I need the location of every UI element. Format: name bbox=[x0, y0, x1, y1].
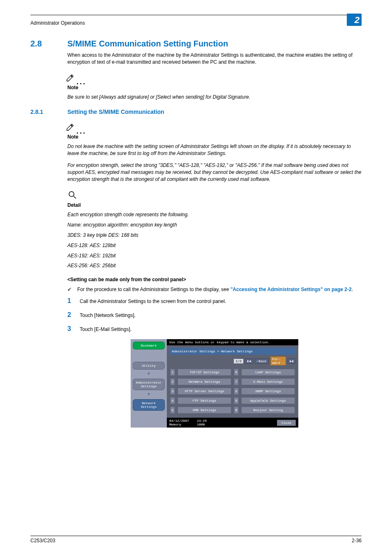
network-settings-button[interactable]: Network Settings bbox=[133, 399, 165, 411]
step-1: 1 Call the Administrator Settings to the… bbox=[67, 297, 362, 305]
ftp-settings-button[interactable]: FTP Settings bbox=[178, 397, 231, 404]
grid-num: 5 bbox=[170, 407, 175, 414]
svg-line-1 bbox=[74, 196, 76, 199]
note-label: Note bbox=[67, 134, 362, 140]
subsection-heading: 2.8.1 Setting the S/MIME Communication bbox=[30, 109, 362, 115]
nav-first-button[interactable]: ▮◀ bbox=[245, 358, 253, 364]
header-section: Administrator Operations bbox=[30, 20, 85, 26]
detail-block: Detail Each encryption strength code rep… bbox=[67, 190, 362, 269]
tcpip-settings-button[interactable]: TCP/IP Settings bbox=[178, 369, 231, 376]
pencil-icon bbox=[66, 73, 75, 84]
admin-settings-button[interactable]: Administrator Settings bbox=[133, 379, 165, 390]
detail-l4: AES-128: AES: 128bit bbox=[67, 242, 362, 249]
ref-suffix: . bbox=[352, 287, 353, 292]
email-settings-button[interactable]: E-Mail Settings bbox=[241, 378, 295, 385]
footer-mem-label: Memory bbox=[169, 423, 181, 426]
grid-num: 0 bbox=[234, 407, 239, 414]
pencil-icon bbox=[66, 123, 75, 133]
subsection-title: Setting the S/MIME Communication bbox=[67, 109, 164, 115]
page-indicator: 1/2 bbox=[234, 359, 243, 363]
section-title: S/MIME Communication Setting Function bbox=[67, 39, 228, 49]
subsection-number: 2.8.1 bbox=[30, 109, 67, 115]
step-num: 1 bbox=[67, 297, 72, 305]
http-server-settings-button[interactable]: HTTP Server Settings bbox=[178, 388, 231, 395]
note2-p1: Do not leave the machine with the settin… bbox=[67, 143, 362, 157]
note-label: Note bbox=[67, 85, 362, 90]
grid-num: 9 bbox=[234, 397, 239, 404]
ellipsis-icon: ... bbox=[76, 80, 86, 84]
grid-num: 4 bbox=[170, 397, 175, 404]
back-button[interactable]: ←Back bbox=[255, 358, 269, 364]
step-num: 3 bbox=[67, 325, 72, 333]
panel-sidebar: Bookmark Utility ▼ Administrator Setting… bbox=[131, 339, 167, 428]
arrow-down-icon: ▼ bbox=[133, 373, 165, 375]
forward-button[interactable]: For- ward → bbox=[270, 356, 286, 365]
settings-grid: 1 TCP/IP Settings 6 LDAP Settings 2 NetW… bbox=[167, 367, 298, 418]
chapter-badge: 2 bbox=[347, 14, 362, 26]
footer-time: 13:26 bbox=[197, 419, 207, 423]
footer-page: 2-36 bbox=[352, 538, 362, 543]
utility-button[interactable]: Utility bbox=[133, 362, 165, 370]
detail-label: Detail bbox=[67, 202, 362, 208]
step-text: Call the Administrator Settings to the s… bbox=[80, 298, 226, 304]
ref-prefix: For the procedure to call the Administra… bbox=[77, 287, 231, 292]
grid-num: 3 bbox=[170, 388, 175, 395]
grid-num: 7 bbox=[234, 378, 239, 385]
footer-mem-val: 100% bbox=[197, 423, 205, 426]
section-intro: When access to the Administrator of the … bbox=[67, 52, 362, 66]
detail-l1: Each encryption strength code represents… bbox=[67, 211, 362, 218]
panel-heading: <Setting can be made only from the contr… bbox=[67, 277, 362, 282]
snmp-settings-button[interactable]: SNMP Settings bbox=[241, 388, 295, 395]
page-header: Administrator Operations 2 bbox=[30, 17, 362, 29]
detail-l6: AES-256: AES: 256bit bbox=[67, 262, 362, 269]
magnifier-icon bbox=[67, 194, 77, 201]
step-text: Touch [E-Mail Settings]. bbox=[80, 326, 131, 332]
panel-breadcrumb: Administrator Settings > Network Setting… bbox=[169, 348, 296, 355]
step-num: 2 bbox=[67, 311, 72, 319]
step-3: 3 Touch [E-Mail Settings]. bbox=[67, 325, 362, 333]
grid-num: 2 bbox=[170, 378, 175, 385]
grid-num: 8 bbox=[234, 388, 239, 395]
panel-footer: 04/12/2007 13:26 Memory 100% Close bbox=[167, 418, 298, 428]
page-footer: C253/C203 2-36 bbox=[30, 536, 362, 543]
ldap-settings-button[interactable]: LDAP Settings bbox=[241, 369, 295, 376]
detail-l5: AES-192: AES: 192bit bbox=[67, 252, 362, 259]
grid-num: 1 bbox=[170, 369, 175, 376]
ellipsis-icon: ... bbox=[76, 129, 86, 133]
section-number: 2.8 bbox=[30, 39, 67, 49]
note-block-1: ... Note Be sure to set [Always add sign… bbox=[67, 73, 362, 101]
ref-link[interactable]: "Accessing the Administrator Settings" o… bbox=[231, 287, 352, 292]
grid-num: 6 bbox=[234, 369, 239, 376]
detail-l3: 3DES: 3 key triple DES: 168 bits bbox=[67, 232, 362, 239]
detail-l2: Name: encryption algorithm: encryption k… bbox=[67, 222, 362, 229]
section-heading: 2.8 S/MIME Communication Setting Functio… bbox=[30, 39, 362, 49]
note-text: Be sure to set [Always add signature] or… bbox=[67, 94, 362, 101]
procedure-ref: ✓ For the procedure to call the Administ… bbox=[67, 287, 362, 292]
note2-p2: For encryption strength, select the stro… bbox=[67, 162, 362, 183]
bonjour-setting-button[interactable]: Bonjour Setting bbox=[241, 407, 295, 414]
panel-top-message: Use the menu buttons or keypad to make a… bbox=[167, 339, 298, 345]
step-text: Touch [Network Settings]. bbox=[80, 312, 136, 318]
svg-point-0 bbox=[69, 192, 74, 197]
step-2: 2 Touch [Network Settings]. bbox=[67, 311, 362, 319]
footer-model: C253/C203 bbox=[30, 538, 55, 543]
close-button[interactable]: Close bbox=[277, 420, 296, 426]
arrow-down-icon: ▼ bbox=[133, 393, 165, 396]
note-block-2: ... Note Do not leave the machine with t… bbox=[67, 123, 362, 183]
smb-settings-button[interactable]: SMB Settings bbox=[178, 407, 231, 414]
control-panel-screenshot: Bookmark Utility ▼ Administrator Setting… bbox=[131, 339, 298, 428]
netware-settings-button[interactable]: NetWare Settings bbox=[178, 378, 231, 385]
appletalk-settings-button[interactable]: AppleTalk Settings bbox=[241, 397, 295, 404]
bookmark-button[interactable]: Bookmark bbox=[133, 342, 165, 349]
nav-last-button[interactable]: ▶▮ bbox=[288, 358, 296, 364]
footer-date: 04/12/2007 bbox=[169, 419, 189, 423]
check-icon: ✓ bbox=[67, 287, 71, 292]
